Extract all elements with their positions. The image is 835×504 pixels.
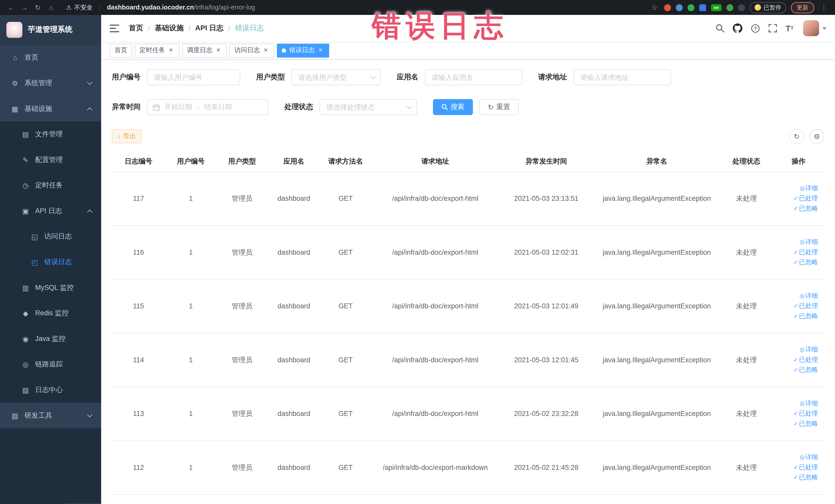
user-type-select[interactable] [291, 69, 381, 85]
action-detail[interactable]: ◎详细 [775, 237, 818, 247]
action-detail[interactable]: ◎详细 [775, 399, 818, 408]
extension-icon-2[interactable] [676, 4, 683, 11]
sidebar-item-job[interactable]: ◷定时任务 [0, 173, 101, 198]
breadcrumb-item[interactable]: API 日志 [195, 23, 224, 33]
cell-method: GET [320, 441, 371, 495]
reload-icon[interactable]: ↻ [33, 3, 43, 11]
bookmark-star-icon[interactable]: ☆ [650, 3, 659, 11]
cell-time: 2021-05-03 12:02:31 [499, 225, 593, 279]
column-header: 应用名 [268, 151, 320, 172]
exception-time-range-picker[interactable]: 开始日期 - 结束日期 [147, 99, 268, 115]
action-ignored[interactable]: ✓已忽略 [775, 311, 818, 321]
tab-close-icon[interactable]: × [262, 47, 269, 54]
browser-menu-icon[interactable]: ⋮ [819, 3, 829, 11]
user-menu[interactable] [803, 20, 827, 36]
tab-error-log[interactable]: 错误日志× [277, 43, 329, 57]
extension-icon-4[interactable] [699, 4, 706, 11]
extension-paw-icon[interactable] [738, 4, 745, 11]
sidebar-item-label: 研发工具 [24, 411, 52, 420]
home-icon[interactable]: ⌂ [46, 3, 56, 11]
tab-access-log[interactable]: 访问日志× [229, 43, 274, 57]
api-log-icon: ▣ [21, 207, 30, 215]
processed-icon: ✓ [793, 356, 798, 363]
user-type-select-input[interactable] [291, 69, 381, 85]
search-button[interactable]: 搜索 [433, 99, 473, 115]
action-ignored[interactable]: ✓已忽略 [775, 419, 818, 429]
sidebar-item-home[interactable]: ⌂首页 [0, 45, 101, 70]
fullscreen-icon[interactable] [769, 24, 777, 32]
cell-url: /api/infra/db-doc/export-html [371, 333, 499, 387]
sidebar-item-trace[interactable]: ◎链路追踪 [0, 351, 101, 377]
column-settings-button[interactable]: ⚙ [810, 129, 824, 144]
sidebar-item-java[interactable]: ◉Java 监控 [0, 326, 101, 352]
security-indicator[interactable]: ⚠ 不安全 [66, 3, 93, 11]
cell-url: /api/infra/db-doc/export-html [371, 172, 499, 225]
table-row: 1141管理员dashboardGET/api/infra/db-doc/exp… [112, 333, 824, 387]
hamburger-icon[interactable] [109, 24, 119, 32]
extension-leaf-icon[interactable] [727, 4, 733, 11]
action-processed[interactable]: ✓已处理 [775, 193, 818, 203]
status-select-input[interactable] [320, 99, 417, 115]
action-ignored[interactable]: ✓已忽略 [775, 257, 818, 267]
action-detail[interactable]: ◎详细 [775, 345, 818, 355]
paused-badge[interactable]: 已暂停 [750, 2, 786, 13]
cell-exception: java.lang.IllegalArgumentException [593, 441, 720, 495]
action-ignored[interactable]: ✓已忽略 [775, 365, 818, 375]
java-icon: ◉ [21, 335, 30, 343]
forward-icon[interactable]: → [20, 3, 29, 11]
sidebar-item-error-log[interactable]: ◰错误日志 [0, 249, 101, 275]
topbar-icons: ? TT [716, 20, 827, 36]
help-icon[interactable]: ? [751, 24, 760, 33]
action-processed[interactable]: ✓已处理 [775, 462, 818, 472]
action-processed[interactable]: ✓已处理 [775, 408, 818, 419]
breadcrumb-item[interactable]: 基础设施 [155, 23, 184, 33]
tab-close-icon[interactable]: × [167, 47, 175, 54]
action-detail[interactable]: ◎详细 [775, 183, 818, 193]
sidebar-item-config[interactable]: ✎配置管理 [0, 147, 101, 173]
sidebar-item-system[interactable]: ⚙系统管理 [0, 70, 101, 96]
breadcrumb-item[interactable]: 首页 [129, 23, 143, 33]
sidebar-item-devtools[interactable]: ▨研发工具 [0, 403, 101, 428]
tab-job[interactable]: 定时任务× [135, 43, 179, 57]
update-button[interactable]: 更新 [791, 2, 814, 13]
export-button[interactable]: ↓ 导出 [112, 129, 142, 143]
cell-actions: ◎详细✓已处理✓已忽略 [773, 333, 824, 387]
gear-icon: ⚙ [11, 79, 19, 87]
search-icon[interactable] [716, 24, 725, 32]
tab-home[interactable]: 首页 [109, 43, 132, 57]
cell-id: 114 [112, 333, 165, 387]
back-icon[interactable]: ← [6, 3, 16, 11]
status-select[interactable] [320, 99, 417, 115]
action-detail[interactable]: ◎详细 [775, 452, 818, 462]
github-icon[interactable] [733, 23, 742, 33]
sidebar-item-infra[interactable]: ▦基础设施 [0, 96, 101, 121]
action-detail[interactable]: ◎详细 [775, 291, 818, 301]
refresh-table-button[interactable]: ↻ [789, 129, 804, 144]
extension-on-badge[interactable]: on [711, 4, 721, 11]
tab-job-log[interactable]: 调度日志× [182, 43, 227, 57]
action-ignored[interactable]: ✓已忽略 [775, 472, 818, 482]
sidebar-item-redis[interactable]: ◆Redis 监控 [0, 300, 101, 326]
extension-icon-3[interactable] [687, 4, 694, 11]
action-processed[interactable]: ✓已处理 [775, 301, 818, 311]
font-size-icon[interactable]: TT [786, 24, 793, 32]
cell-method: GET [320, 172, 371, 225]
tab-close-icon[interactable]: × [317, 47, 324, 54]
action-processed[interactable]: ✓已处理 [775, 247, 818, 257]
reset-button[interactable]: ↻ 重置 [479, 99, 518, 115]
sidebar-item-access-log[interactable]: ◱访问日志 [0, 224, 101, 249]
user-id-input[interactable] [147, 69, 240, 85]
action-ignored[interactable]: ✓已忽略 [775, 204, 818, 214]
app-name-input[interactable] [425, 69, 522, 85]
tab-close-icon[interactable]: × [215, 47, 222, 54]
request-url-input[interactable] [573, 69, 671, 85]
sidebar-item-mysql[interactable]: ▥MySQL 监控 [0, 275, 101, 301]
sidebar: 芋道管理系统 ⌂首页⚙系统管理▦基础设施▤文件管理✎配置管理◷定时任务▣API … [0, 15, 101, 504]
extension-icon-1[interactable] [664, 4, 671, 11]
address-bar[interactable]: dashboard.yudao.iocoder.cn/infra/log/api… [107, 4, 255, 11]
sidebar-item-file[interactable]: ▤文件管理 [0, 121, 101, 147]
action-processed[interactable]: ✓已处理 [775, 355, 818, 365]
sidebar-item-api-log[interactable]: ▣API 日志 [0, 198, 101, 224]
app-logo[interactable]: 芋道管理系统 [0, 15, 101, 45]
sidebar-item-log-center[interactable]: ▧日志中心 [0, 377, 101, 403]
